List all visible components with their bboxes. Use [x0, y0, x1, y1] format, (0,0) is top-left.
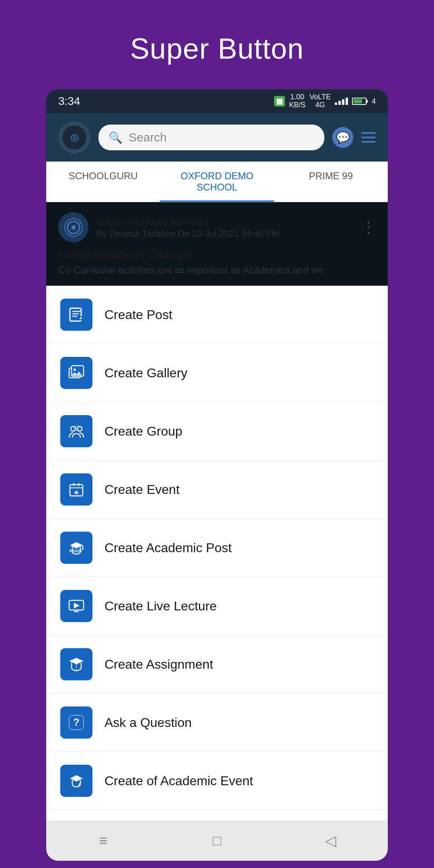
create-gallery-icon-box [60, 357, 92, 389]
create-event-label: Create Event [104, 482, 180, 497]
svg-point-12 [74, 368, 76, 371]
nav-menu-button[interactable]: ≡ [89, 827, 117, 855]
chat-button[interactable]: 💬 [332, 127, 353, 148]
tab-bar: SCHOOLGURU OXFORD DEMO SCHOOL PRIME 99 [46, 162, 388, 202]
header-icons: 💬 [332, 127, 376, 148]
menu-item-create-academic-holiday[interactable]: Create of Academic Holiday [46, 810, 388, 821]
create-assignment-label: Create Assignment [104, 657, 213, 672]
tab-schoolguru[interactable]: SCHOOLGURU [46, 162, 160, 202]
svg-rect-23 [70, 550, 81, 552]
create-academic-post-label: Create Academic Post [104, 540, 232, 555]
ask-question-icon: ? [68, 714, 85, 731]
avatar-image: ◎ [62, 125, 86, 149]
menu-item-create-post[interactable]: Create Post [46, 286, 388, 344]
volte-label: VoLTE 4G [309, 93, 331, 109]
battery-label: 4 [372, 97, 376, 106]
hamburger-line-3 [361, 141, 376, 143]
phone-frame: 3:34 ▦ 1.00 KB/S VoLTE 4G 4 [46, 89, 388, 861]
menu-item-create-academic-post[interactable]: Create Academic Post [46, 519, 388, 577]
menu-item-create-event[interactable]: Create Event [46, 461, 388, 519]
post-school-name: Oxford Demo School [96, 216, 353, 229]
nav-home-button[interactable]: □ [203, 827, 231, 855]
create-academic-post-icon [68, 539, 85, 557]
status-icons: ▦ 1.00 KB/S VoLTE 4G 4 [274, 93, 376, 109]
create-assignment-icon [68, 655, 85, 673]
hamburger-line-2 [361, 137, 376, 138]
post-preview: Oxford Demo School By Deepak Tadakhe On … [46, 202, 388, 286]
avatar[interactable]: ◎ [58, 121, 90, 154]
create-assignment-icon-box [60, 648, 92, 680]
create-live-lecture-icon-box [60, 590, 92, 622]
post-body: Co-Curricular activities are as importan… [58, 264, 376, 276]
create-academic-event-icon-box [60, 765, 92, 797]
post-meta: By Deepak Tadakhe On 23-Jul-2021 04:40 P… [96, 229, 353, 239]
create-gallery-icon [68, 364, 85, 382]
create-post-icon-box [60, 299, 92, 331]
post-avatar [58, 212, 88, 242]
nav-home-icon: □ [213, 832, 221, 849]
menu-item-create-live-lecture[interactable]: Create Live Lecture [46, 577, 388, 635]
create-gallery-label: Create Gallery [104, 366, 187, 381]
bottom-nav: ≡ □ ◁ [46, 821, 388, 861]
hamburger-line-1 [361, 132, 376, 134]
menu-list: Create Post Create Gallery [46, 286, 388, 821]
svg-marker-20 [74, 490, 79, 495]
app-icon: ▦ [274, 96, 285, 106]
create-group-label: Create Group [104, 424, 182, 439]
status-bar: 3:34 ▦ 1.00 KB/S VoLTE 4G 4 [46, 89, 388, 113]
search-bar[interactable]: 🔍 Search [98, 125, 324, 150]
status-time: 3:34 [58, 95, 80, 108]
page-title: Super Button [130, 32, 304, 65]
app-header: ◎ 🔍 Search 💬 [46, 113, 388, 162]
svg-point-15 [74, 425, 79, 431]
create-group-icon-box [60, 415, 92, 447]
create-post-label: Create Post [104, 307, 172, 322]
search-icon: 🔍 [108, 131, 123, 144]
battery-icon [352, 98, 366, 105]
tab-prime99[interactable]: PRIME 99 [274, 162, 388, 202]
post-title: Congratulations Champs [58, 248, 376, 261]
svg-point-2 [72, 225, 76, 229]
ask-question-icon-box: ? [60, 706, 92, 739]
create-academic-post-icon-box [60, 532, 92, 564]
signal-strength-icon [335, 98, 348, 105]
svg-text:?: ? [73, 716, 80, 728]
menu-item-create-group[interactable]: Create Group [46, 402, 388, 461]
nav-back-button[interactable]: ◁ [317, 827, 345, 855]
create-post-icon [68, 306, 85, 323]
menu-item-create-assignment[interactable]: Create Assignment [46, 635, 388, 694]
nav-menu-icon: ≡ [99, 832, 107, 849]
menu-item-create-gallery[interactable]: Create Gallery [46, 344, 388, 402]
tab-oxford[interactable]: OXFORD DEMO SCHOOL [160, 162, 274, 202]
nav-back-icon: ◁ [325, 832, 336, 849]
svg-marker-27 [74, 603, 80, 608]
create-live-lecture-label: Create Live Lecture [104, 599, 217, 614]
menu-item-ask-question[interactable]: ? Ask a Question [46, 694, 388, 752]
menu-button[interactable] [361, 132, 376, 143]
create-event-icon [68, 481, 85, 498]
menu-item-create-academic-event[interactable]: Create of Academic Event [46, 752, 388, 810]
post-more-button[interactable]: ⋮ [361, 220, 376, 235]
create-academic-event-label: Create of Academic Event [104, 774, 253, 788]
create-group-icon [68, 422, 85, 440]
post-info: Oxford Demo School By Deepak Tadakhe On … [96, 216, 353, 239]
network-speed: 1.00 KB/S [289, 93, 305, 109]
chat-icon: 💬 [336, 131, 350, 144]
create-academic-event-icon [68, 772, 85, 790]
create-live-lecture-icon [68, 597, 85, 615]
post-header: Oxford Demo School By Deepak Tadakhe On … [58, 212, 376, 242]
create-event-icon-box [60, 473, 92, 506]
search-placeholder: Search [129, 131, 167, 144]
ask-question-label: Ask a Question [104, 715, 192, 730]
